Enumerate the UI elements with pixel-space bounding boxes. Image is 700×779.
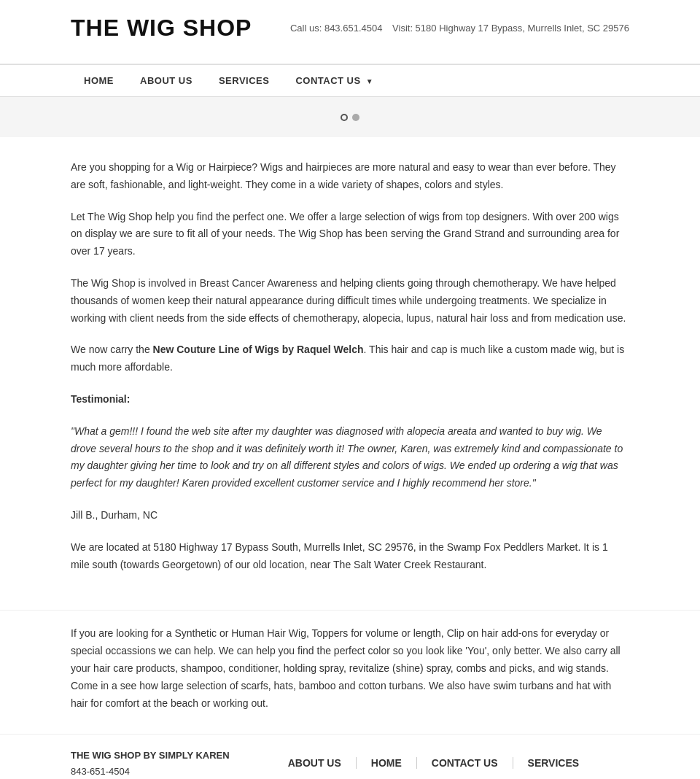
footer-link-services[interactable]: SERVICES bbox=[513, 757, 594, 769]
site-title: THE WIG SHOP bbox=[71, 15, 252, 42]
second-content: If you are looking for a Synthetic or Hu… bbox=[0, 610, 700, 734]
footer-link-home[interactable]: HOME bbox=[357, 757, 417, 769]
chevron-down-icon: ▼ bbox=[366, 77, 373, 85]
slider-area bbox=[0, 97, 700, 137]
nav-link-home[interactable]: HOME bbox=[71, 65, 127, 96]
contact-info: Call us: 843.651.4504 Visit: 5180 Highwa… bbox=[283, 23, 629, 34]
testimonial-heading: Testimonial: bbox=[71, 391, 629, 408]
nav-link-contact[interactable]: CONTACT US ▼ bbox=[282, 65, 386, 96]
call-us: Call us: 843.651.4504 bbox=[290, 23, 382, 34]
second-paragraph: If you are looking for a Synthetic or Hu… bbox=[71, 625, 629, 712]
bold-text: New Couture Line of Wigs by Raquel Welch bbox=[153, 344, 364, 355]
nav-item-home[interactable]: HOME bbox=[71, 65, 127, 96]
paragraph-2: Let The Wig Shop help you find the perfe… bbox=[71, 209, 629, 260]
slider-dot-1[interactable] bbox=[341, 114, 348, 121]
slider-dot-2[interactable] bbox=[352, 114, 359, 121]
testimonial-author: Jill B., Durham, NC bbox=[71, 507, 629, 524]
location-text: We are located at 5180 Highway 17 Bypass… bbox=[71, 539, 629, 574]
footer-link-contact[interactable]: CONTACT US bbox=[417, 757, 513, 769]
footer-nav: THE WIG SHOP BY SIMPLY KAREN 843-651-450… bbox=[0, 734, 700, 779]
footer-brand-name: THE WIG SHOP BY SIMPLY KAREN bbox=[71, 749, 230, 762]
nav-item-services[interactable]: SERVICES bbox=[206, 65, 283, 96]
slider-dots bbox=[341, 114, 359, 121]
footer-nav-links: ABOUT US HOME CONTACT US SERVICES bbox=[273, 757, 594, 769]
testimonial-text: "What a gem!!! I found the web site afte… bbox=[71, 423, 629, 492]
nav-item-contact[interactable]: CONTACT US ▼ bbox=[282, 65, 386, 96]
site-header: THE WIG SHOP Call us: 843.651.4504 Visit… bbox=[0, 0, 700, 64]
visit-address: Visit: 5180 Highway 17 Bypass, Murrells … bbox=[392, 23, 629, 34]
paragraph-4: We now carry the New Couture Line of Wig… bbox=[71, 341, 629, 376]
main-nav: HOME ABOUT US SERVICES CONTACT US ▼ bbox=[0, 64, 700, 97]
nav-link-about[interactable]: ABOUT US bbox=[127, 65, 206, 96]
nav-list: HOME ABOUT US SERVICES CONTACT US ▼ bbox=[0, 65, 700, 96]
paragraph-3: The Wig Shop is involved in Breast Cance… bbox=[71, 275, 629, 327]
nav-item-about[interactable]: ABOUT US bbox=[127, 65, 206, 96]
nav-link-services[interactable]: SERVICES bbox=[206, 65, 283, 96]
paragraph-1: Are you shopping for a Wig or Hairpiece?… bbox=[71, 159, 629, 194]
main-content: Are you shopping for a Wig or Hairpiece?… bbox=[0, 137, 700, 610]
footer-brand-phone: 843-651-4504 bbox=[71, 766, 230, 777]
footer-brand: THE WIG SHOP BY SIMPLY KAREN 843-651-450… bbox=[71, 749, 230, 776]
footer-link-about[interactable]: ABOUT US bbox=[273, 757, 357, 769]
